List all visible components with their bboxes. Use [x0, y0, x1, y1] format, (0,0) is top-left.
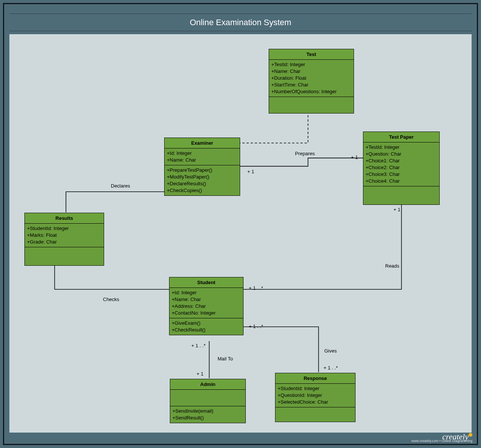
- class-attributes: +Id: Integer +Name: Char +Address: Char …: [169, 288, 243, 318]
- class-operations: [25, 247, 104, 265]
- class-attributes: [170, 390, 245, 406]
- class-operations: [269, 97, 354, 113]
- mult-examiner-prepares: + 1: [247, 169, 254, 174]
- bulb-icon: [469, 433, 472, 437]
- class-operations: [363, 186, 439, 204]
- diagram-canvas: Test +TestId: Integer +Name: Char +Durat…: [9, 34, 472, 433]
- class-title: Examiner: [165, 138, 240, 148]
- class-title: Response: [275, 373, 355, 384]
- diagram-title: Online Examination System: [9, 14, 472, 31]
- class-title: Student: [169, 277, 243, 288]
- label-mailto: Mail To: [218, 356, 233, 362]
- mult-student-mailto: + 1 . .*: [191, 343, 206, 348]
- class-title: Results: [25, 213, 104, 224]
- class-attributes: +TestId: Integer +Name: Char +Duration: …: [269, 60, 354, 97]
- class-attributes: +StudentId: Integer +QuestionId: Integer…: [275, 384, 355, 407]
- mult-testpaper-prepares: + 1: [351, 154, 358, 160]
- diagram-frame: Online Examination System Test: [0, 0, 481, 448]
- mult-student-gives: + 1 . .*: [249, 324, 263, 329]
- class-operations: +SendInvite(email) +SendResult(): [170, 406, 245, 423]
- class-attributes: +StudentId: Integer +Marks: Float +Grade…: [25, 224, 104, 247]
- footer-brand: creately www.creately.com • Online Diagr…: [442, 431, 472, 442]
- brand-subtext: www.creately.com • Online Diagramming: [411, 439, 472, 443]
- class-operations: +PrepareTestPaper() +ModifyTestPaper() +…: [165, 165, 240, 195]
- class-test: Test +TestId: Integer +Name: Char +Durat…: [269, 49, 354, 114]
- mult-student-reads: + 1 . .*: [249, 285, 263, 291]
- class-admin: Admin +SendInvite(email) +SendResult(): [170, 379, 246, 423]
- class-title: Test Paper: [363, 132, 439, 142]
- class-test-paper: Test Paper +TestId: Integer +Question: C…: [363, 132, 440, 205]
- class-operations: [275, 407, 355, 422]
- label-checks: Checks: [103, 297, 119, 302]
- mult-admin-mailto: + 1: [197, 371, 203, 377]
- label-reads: Reads: [385, 263, 399, 269]
- mult-response-gives: + 1 . .*: [324, 365, 338, 371]
- mult-testpaper-reads: + 1: [393, 207, 400, 212]
- label-prepares: Prepares: [295, 151, 315, 156]
- class-attributes: +Id: Integer +Name: Char: [165, 148, 240, 165]
- class-student: Student +Id: Integer +Name: Char +Addres…: [169, 277, 244, 335]
- class-results: Results +StudentId: Integer +Marks: Floa…: [24, 213, 104, 266]
- class-title: Test: [269, 49, 354, 60]
- class-title: Admin: [170, 379, 245, 390]
- label-declares: Declares: [111, 183, 130, 189]
- class-response: Response +StudentId: Integer +QuestionId…: [275, 373, 355, 422]
- diagram-inner: Online Examination System Test: [3, 3, 478, 445]
- class-operations: +GiveExam() +CheckResult(): [169, 318, 243, 335]
- label-gives: Gives: [324, 348, 337, 354]
- class-attributes: +TestId: Integer +Question: Char +Choice…: [363, 142, 439, 186]
- class-examiner: Examiner +Id: Integer +Name: Char +Prepa…: [164, 138, 240, 196]
